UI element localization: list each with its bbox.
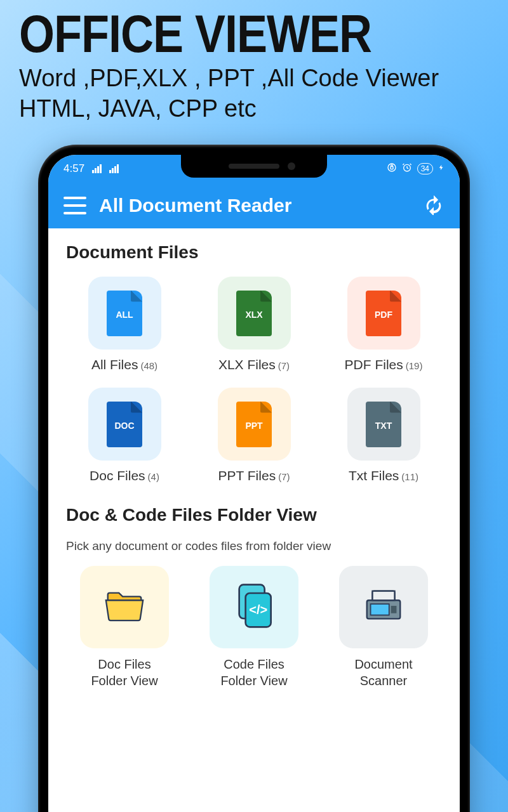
folder-tile[interactable]: </> Code Files Folder View (196, 566, 312, 689)
phone-frame: 4:57 34 (38, 145, 470, 812)
menu-icon[interactable] (64, 197, 86, 214)
folder-tile-label: Code Files Folder View (220, 656, 287, 689)
svg-rect-8 (391, 606, 397, 613)
document-grid: ALL All Files (48) XLX XLX Files (7) PDF… (66, 277, 442, 483)
app-title: All Document Reader (99, 195, 410, 216)
section-title-folder: Doc & Code Files Folder View (66, 505, 442, 525)
svg-rect-9 (373, 591, 395, 601)
tile-count: (4) (148, 471, 159, 482)
tile-icon-box: DOC (88, 388, 161, 461)
folder-tile-icon-box: </> (210, 566, 298, 648)
tile-label: Txt Files (349, 468, 399, 483)
file-type-tile[interactable]: TXT Txt Files (11) (325, 388, 442, 483)
file-icon: PPT (236, 402, 272, 447)
tile-label: All Files (91, 357, 138, 372)
file-type-tile[interactable]: XLX XLX Files (7) (196, 277, 312, 372)
file-ext-label: PDF (375, 310, 392, 320)
file-icon: XLX (236, 291, 272, 336)
signal-icon (92, 164, 102, 173)
file-ext-label: DOC (114, 421, 134, 431)
folder-icon (99, 584, 150, 631)
folder-tile-icon-box (80, 566, 169, 648)
tile-count: (11) (401, 471, 418, 482)
tile-label: PDF Files (345, 357, 403, 372)
file-type-tile[interactable]: ALL All Files (48) (66, 277, 183, 372)
scanner-icon (358, 584, 409, 631)
tile-label: Doc Files (90, 468, 145, 483)
lock-rotate-icon (387, 162, 397, 176)
tile-icon-box: ALL (88, 277, 161, 350)
file-type-tile[interactable]: PPT PPT Files (7) (196, 388, 312, 483)
file-type-tile[interactable]: DOC Doc Files (4) (66, 388, 183, 483)
tile-count: (7) (278, 471, 290, 482)
file-icon: PDF (366, 291, 401, 336)
tile-icon-box: PPT (218, 388, 291, 461)
folder-grid: Doc Files Folder View </> Code Files Fol… (66, 566, 442, 689)
phone-notch (181, 155, 327, 178)
svg-rect-7 (371, 604, 389, 615)
file-icon: DOC (107, 402, 142, 447)
file-icon: ALL (107, 291, 142, 336)
folder-tile[interactable]: Document Scanner (325, 566, 442, 689)
section-title-documents: Document Files (66, 242, 442, 263)
tile-label: PPT Files (218, 468, 276, 483)
folder-tile-label: Document Scanner (354, 656, 412, 689)
tile-count: (48) (140, 360, 157, 371)
promo-subtitle: Word ,PDF,XLX , PPT ,All Code Viewer HTM… (19, 63, 489, 124)
tile-icon-box: TXT (347, 388, 420, 461)
tile-icon-box: XLX (218, 277, 291, 350)
tile-count: (7) (278, 360, 290, 371)
promo-title: OFFICE VIEWER (19, 8, 489, 60)
folder-tile-icon-box (339, 566, 428, 648)
folder-tile[interactable]: Doc Files Folder View (66, 566, 183, 689)
code-icon: </> (229, 580, 279, 634)
alarm-icon (402, 162, 412, 176)
folder-tile-label: Doc Files Folder View (91, 656, 157, 689)
app-bar: All Document Reader (48, 183, 460, 228)
tile-count: (19) (406, 360, 423, 371)
file-icon: TXT (366, 402, 401, 447)
file-ext-label: PPT (245, 421, 262, 431)
file-type-tile[interactable]: PDF PDF Files (19) (325, 277, 442, 372)
svg-text:</>: </> (249, 603, 267, 617)
tile-icon-box: PDF (347, 277, 420, 350)
svg-rect-1 (391, 166, 393, 169)
tile-label: XLX Files (218, 357, 276, 372)
charging-icon (438, 162, 444, 176)
battery-indicator: 34 (417, 163, 433, 174)
promo-header: OFFICE VIEWER Word ,PDF,XLX , PPT ,All C… (0, 0, 508, 124)
section-subtitle-folder: Pick any document or codes files from fo… (66, 539, 442, 553)
refresh-button[interactable] (423, 193, 444, 218)
signal-icon (109, 164, 119, 173)
file-ext-label: TXT (375, 421, 392, 431)
status-time: 4:57 (64, 162, 84, 175)
file-ext-label: ALL (116, 310, 133, 320)
file-ext-label: XLX (245, 310, 262, 320)
